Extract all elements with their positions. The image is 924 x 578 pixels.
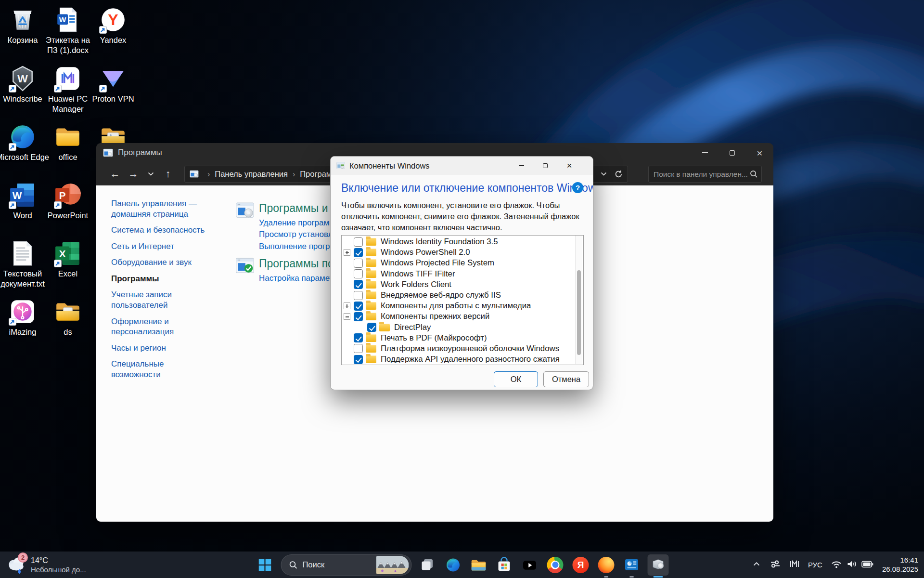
feature-row[interactable] — [342, 365, 583, 365]
feature-checkbox[interactable] — [354, 291, 363, 300]
feature-checkbox[interactable] — [367, 323, 376, 332]
up-button[interactable]: ↑ — [159, 168, 177, 180]
start-button[interactable] — [256, 555, 275, 575]
desktop-icon-powerpoint[interactable]: P PowerPoint — [45, 181, 90, 221]
desktop-icon-imazing[interactable]: iMazing — [0, 298, 45, 337]
sidebar-link[interactable]: Оборудование и звук — [111, 257, 207, 268]
desktop-icon-text-document[interactable]: Текстовый документ.txt — [0, 239, 45, 289]
system-monitor-app-icon[interactable] — [622, 555, 642, 575]
expander-icon[interactable] — [344, 249, 350, 256]
refresh-icon[interactable] — [615, 170, 623, 178]
tray-sliders-icon[interactable] — [770, 559, 781, 571]
sidebar-link[interactable]: Программы — [111, 274, 207, 284]
dialog-titlebar[interactable]: Компоненты Windows × — [331, 157, 593, 175]
help-icon[interactable]: ? — [572, 182, 583, 193]
control-panel-search[interactable] — [648, 166, 762, 183]
feature-checkbox[interactable] — [354, 237, 363, 247]
folder-icon — [366, 281, 376, 289]
feature-checkbox[interactable] — [354, 333, 363, 342]
sidebar-link[interactable]: Панель управления — домашняя страница — [111, 198, 207, 219]
maximize-button[interactable] — [719, 143, 746, 162]
youtube-icon[interactable] — [520, 555, 539, 575]
sidebar-link[interactable]: Сеть и Интернет — [111, 241, 207, 252]
feature-checkbox[interactable] — [354, 259, 363, 268]
feature-row[interactable]: Windows PowerShell 2.0 — [342, 247, 583, 258]
feature-checkbox[interactable] — [354, 248, 363, 257]
taskbar-search[interactable]: Поиск — [281, 554, 412, 576]
list-scrollbar[interactable] — [575, 236, 582, 364]
desktop-icon-docx-file[interactable]: W Этикетка на ПЗ (1).docx — [45, 6, 90, 55]
close-button[interactable]: × — [746, 143, 773, 162]
desktop-icon-recycle-bin[interactable]: Корзина — [0, 6, 45, 45]
feature-row[interactable]: Компоненты для работы с мультимедиа — [342, 301, 583, 311]
feature-row[interactable]: Windows Identity Foundation 3.5 — [342, 236, 583, 247]
file-explorer-icon[interactable] — [469, 555, 488, 575]
feature-row[interactable]: Windows TIFF IFilter — [342, 269, 583, 279]
desktop-icon-huawei-pc-manager[interactable]: Huawei PC Manager — [45, 65, 90, 114]
dialog-minimize-button[interactable] — [509, 157, 533, 175]
feature-row[interactable]: Платформа низкоуровневой оболочки Window… — [342, 343, 583, 354]
shortcut-arrow-icon — [54, 260, 62, 267]
tray-chevron-up-icon[interactable] — [752, 560, 761, 570]
desktop-icon-excel[interactable]: X Excel — [45, 239, 90, 279]
feature-checkbox[interactable] — [354, 312, 363, 321]
yandex-browser-icon[interactable]: Я — [571, 555, 590, 575]
dialog-close-button[interactable]: × — [557, 157, 581, 175]
feature-row[interactable]: Печать в PDF (Майкрософт) — [342, 333, 583, 343]
desktop-icon-yandex[interactable]: Y Yandex — [90, 6, 136, 45]
chrome-icon[interactable] — [546, 555, 565, 575]
feature-row[interactable]: Компоненты прежних версий — [342, 311, 583, 322]
feature-row[interactable]: Поддержка API удаленного разностного сжа… — [342, 354, 583, 365]
expander-icon[interactable] — [344, 302, 350, 309]
desktop-icon-microsoft-edge[interactable]: Microsoft Edge — [0, 123, 45, 162]
ok-button[interactable]: ОК — [494, 371, 538, 387]
cancel-button[interactable]: Отмена — [543, 371, 589, 387]
feature-checkbox[interactable] — [354, 302, 363, 311]
desktop-icon-proton-vpn[interactable]: Proton VPN — [90, 65, 136, 104]
firefox-icon[interactable] — [597, 555, 616, 575]
task-view-button[interactable] — [418, 555, 437, 575]
search-icon[interactable] — [750, 170, 758, 178]
feature-row[interactable]: Внедряемое веб-ядро служб IIS — [342, 290, 583, 301]
edge-taskbar-icon[interactable] — [444, 555, 463, 575]
sidebar-link[interactable]: Оформление и персонализация — [111, 316, 207, 337]
programs-and-features-icon[interactable] — [235, 201, 255, 220]
desktop-icon-ds-folder[interactable]: ds — [45, 298, 90, 337]
feature-checkbox[interactable] — [354, 355, 363, 364]
desktop-icon-label: ds — [41, 327, 95, 337]
history-chevron-icon[interactable] — [142, 172, 159, 176]
tray-pc-manager-icon[interactable] — [789, 559, 800, 571]
search-input[interactable] — [654, 170, 750, 179]
feature-checkbox[interactable] — [354, 344, 363, 353]
weather-widget[interactable]: 2 14°C Небольшой до... — [5, 552, 86, 578]
sidebar-link[interactable]: Часы и регион — [111, 343, 207, 354]
sidebar-link[interactable]: Учетные записи пользователей — [111, 289, 207, 310]
scrollbar-thumb[interactable] — [577, 270, 581, 355]
feature-row[interactable]: DirectPlay — [342, 322, 583, 333]
feature-checkbox[interactable] — [354, 280, 363, 289]
sidebar-link[interactable]: Специальные возможности — [111, 359, 207, 380]
desktop-icon-word[interactable]: W Word — [0, 181, 45, 221]
address-dropdown-icon[interactable] — [601, 172, 607, 176]
search-highlight-image[interactable] — [376, 556, 409, 574]
sidebar-link[interactable]: Система и безопасность — [111, 225, 207, 236]
default-programs-icon[interactable] — [235, 256, 255, 276]
folder-icon — [366, 355, 376, 363]
feature-row[interactable]: Windows Projected File System — [342, 258, 583, 268]
forward-button[interactable]: → — [124, 168, 142, 180]
breadcrumb-control-panel[interactable]: Панель управления — [215, 170, 288, 179]
taskbar-center: Поиск Я — [256, 552, 669, 578]
minimize-button[interactable] — [691, 143, 719, 162]
language-indicator[interactable]: РУС — [808, 561, 822, 569]
expander-icon[interactable] — [344, 313, 350, 320]
clock[interactable]: 16:41 26.08.2025 — [882, 556, 918, 574]
back-button[interactable]: ← — [106, 168, 124, 180]
feature-row[interactable]: Work Folders Client — [342, 279, 583, 290]
feature-checkbox[interactable] — [354, 269, 363, 278]
dialog-maximize-button[interactable] — [533, 157, 557, 175]
desktop-icon-office-folder[interactable]: office — [45, 123, 90, 162]
microsoft-store-icon[interactable] — [495, 555, 514, 575]
desktop-icon-windscribe[interactable]: W Windscribe — [0, 65, 45, 104]
quick-settings[interactable] — [831, 559, 874, 571]
windows-features-taskbar-icon[interactable] — [648, 554, 669, 576]
